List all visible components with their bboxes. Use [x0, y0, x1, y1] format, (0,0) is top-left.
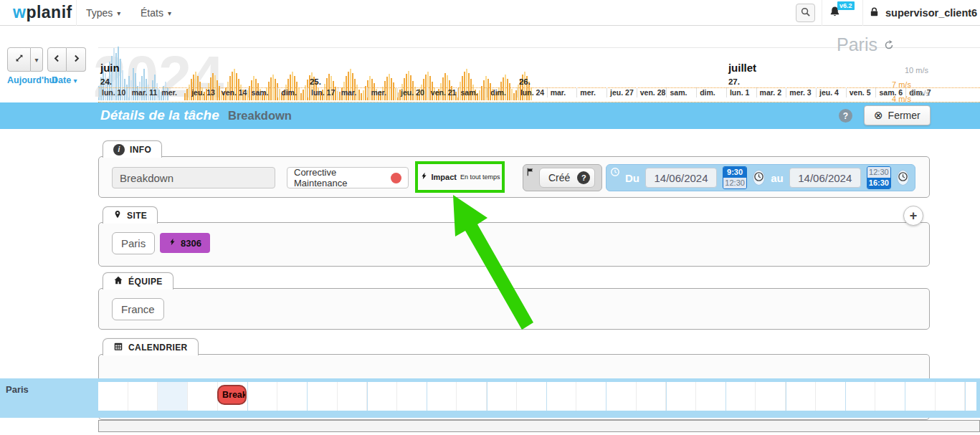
- calendar-cell[interactable]: [397, 382, 427, 411]
- calendar-cell[interactable]: [726, 382, 756, 411]
- calendar-cell[interactable]: [128, 382, 158, 411]
- nav-button-group: [47, 47, 86, 72]
- calendar-cell[interactable]: [606, 382, 637, 411]
- horizontal-scrollbar[interactable]: [98, 420, 980, 432]
- week-label: 25.: [310, 77, 321, 86]
- calendar-cell[interactable]: [936, 382, 966, 411]
- calendar-gridline: [546, 382, 547, 411]
- to-time-picker-button[interactable]: [897, 170, 909, 186]
- calendar-cell[interactable]: [965, 382, 976, 411]
- calendar-cell[interactable]: [816, 382, 846, 411]
- date-link-label: Date: [52, 75, 71, 85]
- calendar-cell[interactable]: [786, 382, 816, 411]
- menu-etats[interactable]: États ▾: [136, 0, 176, 26]
- calendar-cell[interactable]: [367, 382, 397, 411]
- calendar-cell[interactable]: [846, 382, 876, 411]
- calendar-cell[interactable]: [98, 382, 128, 411]
- date-link[interactable]: Date ▾: [52, 75, 77, 85]
- week-label: 24.: [100, 77, 112, 86]
- site-tag[interactable]: Paris: [112, 232, 155, 254]
- tab-info-label: INFO: [130, 145, 151, 155]
- from-time-end: 12:30: [723, 178, 746, 188]
- zoom-button-group: ▾: [7, 47, 43, 72]
- today-link[interactable]: Aujourd'hui: [7, 75, 57, 85]
- asset-tag[interactable]: 8306: [160, 233, 210, 253]
- day-label: ven. 5: [846, 87, 871, 97]
- calendar-cell[interactable]: [696, 382, 726, 411]
- from-time-start: 9:30: [723, 167, 746, 178]
- info-section: Corrective Maintenance Impact En tout te…: [98, 156, 930, 198]
- status-button[interactable]: Créé ?: [539, 168, 595, 188]
- calendar-cell[interactable]: [248, 382, 278, 411]
- help-button[interactable]: ?: [839, 109, 852, 123]
- wind-scale-label: 5 m/s: [910, 89, 930, 97]
- week-label: 27.: [728, 77, 740, 86]
- tab-info: i INFO: [103, 140, 162, 158]
- calendar-cell[interactable]: [905, 382, 936, 411]
- calendar-cell[interactable]: [457, 382, 487, 411]
- search-button[interactable]: [796, 4, 815, 22]
- banner-task-name: Breakdown: [228, 109, 292, 123]
- calendar-cell[interactable]: [308, 382, 338, 411]
- from-date-input[interactable]: [645, 168, 717, 188]
- task-type-select[interactable]: Corrective Maintenance: [287, 167, 409, 188]
- calendar-cell[interactable]: [188, 382, 218, 411]
- next-button[interactable]: [67, 47, 86, 72]
- to-date-input[interactable]: [789, 168, 861, 188]
- zoom-range-button[interactable]: [7, 47, 31, 72]
- logo-prefix: w: [13, 3, 26, 21]
- from-time-picker-button[interactable]: [753, 170, 765, 186]
- day-label: jeu. 13: [188, 87, 215, 97]
- divider: [822, 0, 822, 26]
- status-question-badge: ?: [577, 171, 590, 184]
- lock-icon: [869, 6, 880, 19]
- bolt-icon: [420, 171, 428, 183]
- task-name-input[interactable]: [112, 167, 275, 188]
- calendar-cell[interactable]: [875, 382, 905, 411]
- zoom-caret-button[interactable]: ▾: [31, 47, 43, 72]
- site-section: Paris 8306 +: [98, 222, 930, 267]
- calendar-cell[interactable]: [487, 382, 517, 411]
- logo[interactable]: wplanif: [13, 3, 72, 22]
- calendar-cell[interactable]: [427, 382, 457, 411]
- day-label: dim.: [277, 87, 297, 97]
- calendar-cell[interactable]: [517, 382, 547, 411]
- from-time-badge[interactable]: 9:30 12:30: [723, 166, 747, 189]
- calendar-cell[interactable]: [547, 382, 577, 411]
- notifications-button[interactable]: v6.2: [829, 6, 841, 21]
- close-button[interactable]: ⊗ Fermer: [864, 105, 931, 125]
- caret-down-icon: ▾: [168, 9, 171, 17]
- annotation-highlight-box: Impact En tout temps: [415, 161, 505, 193]
- calendar-cell[interactable]: [666, 382, 696, 411]
- to-time-badge[interactable]: 12:30 16:30: [867, 166, 891, 189]
- calendar-gridline: [606, 382, 606, 411]
- day-label: sam.: [666, 87, 687, 97]
- calendar-gridline: [247, 382, 248, 411]
- calendar-cell[interactable]: [576, 382, 606, 411]
- username: supervisor_client6: [885, 7, 977, 19]
- team-tag[interactable]: France: [112, 298, 164, 320]
- calendar-cell[interactable]: [756, 382, 786, 411]
- prev-button[interactable]: [47, 47, 67, 72]
- wplanif-app: wplanif Types ▾ États ▾ v6.2 s: [0, 0, 980, 435]
- tab-equipe: ÉQUIPE: [103, 272, 173, 290]
- calendar-event[interactable]: Break: [217, 385, 247, 405]
- tab-site-label: SITE: [127, 211, 147, 221]
- menu-types[interactable]: Types ▾: [82, 0, 125, 26]
- refresh-icon[interactable]: [883, 34, 895, 55]
- calendar-cell[interactable]: [637, 382, 667, 411]
- plus-icon: +: [910, 209, 918, 224]
- wind-chart[interactable]: 2024 ▾ Aujourd'hui: [0, 26, 980, 102]
- user-menu[interactable]: supervisor_client6 ▾: [869, 0, 980, 26]
- date-range-group: Du 9:30 12:30 au 12:30 16:30: [606, 164, 915, 191]
- calendar-gridline: [786, 382, 786, 411]
- calendar-cell[interactable]: [277, 382, 308, 411]
- day-label: lun. 24: [517, 87, 544, 97]
- wind-scale-label: 4 m/s: [892, 95, 911, 102]
- impact-chip[interactable]: Impact En tout temps: [420, 171, 500, 183]
- calendar-cell[interactable]: [158, 382, 188, 411]
- task-type-label: Corrective Maintenance: [294, 167, 385, 188]
- add-site-button[interactable]: +: [903, 206, 923, 226]
- calendar-cell[interactable]: [338, 382, 368, 411]
- tab-calendrier-label: CALENDRIER: [128, 343, 188, 353]
